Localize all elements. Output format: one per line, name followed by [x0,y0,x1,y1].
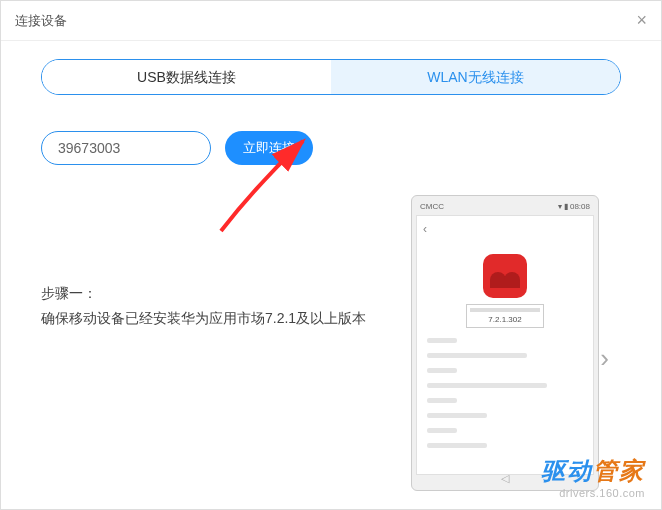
skeleton-line [427,428,457,433]
wifi-icon: ▾ [558,202,562,211]
watermark-url: drivers.160.com [541,487,645,499]
phone-preview-wrap: CMCC ▾ ▮ 08:08 ‹ 7.2.1.302 [411,195,621,491]
phone-back-icon: ‹ [423,222,587,236]
tab-usb[interactable]: USB数据线连接 [42,60,331,94]
step-heading: 步骤一： [41,281,391,306]
next-slide-chevron-icon[interactable]: › [600,343,609,374]
phone-time: 08:08 [570,202,590,211]
skeleton-line [427,368,457,373]
skeleton-line [427,383,547,388]
version-box: 7.2.1.302 [466,304,544,328]
skeleton-line [427,353,527,358]
version-text: 7.2.1.302 [470,315,540,324]
close-icon[interactable]: × [636,10,647,31]
version-placeholder-bar [470,308,540,312]
watermark: 驱动管家 drivers.160.com [541,455,645,499]
step-desc: 确保移动设备已经安装华为应用市场7.2.1及以上版本 [41,306,391,331]
watermark-brand: 驱动管家 [541,455,645,487]
connect-tabs: USB数据线连接 WLAN无线连接 [41,59,621,95]
dialog-window: 连接设备 × USB数据线连接 WLAN无线连接 立即连接 步骤一： 确保移动设… [0,0,662,510]
tab-wlan[interactable]: WLAN无线连接 [331,60,620,94]
phone-status-icons: ▾ ▮ 08:08 [558,202,591,211]
battery-icon: ▮ [564,202,568,211]
phone-carrier: CMCC [420,202,444,211]
content-area: USB数据线连接 WLAN无线连接 立即连接 步骤一： 确保移动设备已经安装华为… [1,41,661,491]
skeleton-line [427,398,457,403]
window-title: 连接设备 [15,12,67,30]
main-area: 步骤一： 确保移动设备已经安装华为应用市场7.2.1及以上版本 CMCC ▾ ▮… [41,195,621,491]
connect-button[interactable]: 立即连接 [225,131,313,165]
skeleton-line [427,443,487,448]
connect-row: 立即连接 [41,131,621,165]
skeleton-line [427,413,487,418]
phone-screen: ‹ 7.2.1.302 [416,215,594,475]
skeleton-line [427,338,457,343]
appgallery-icon [483,254,527,298]
phone-statusbar: CMCC ▾ ▮ 08:08 [416,200,594,213]
titlebar: 连接设备 × [1,1,661,41]
connect-code-input[interactable] [41,131,211,165]
phone-mockup: CMCC ▾ ▮ 08:08 ‹ 7.2.1.302 [411,195,599,491]
step-text: 步骤一： 确保移动设备已经安装华为应用市场7.2.1及以上版本 [41,195,411,491]
